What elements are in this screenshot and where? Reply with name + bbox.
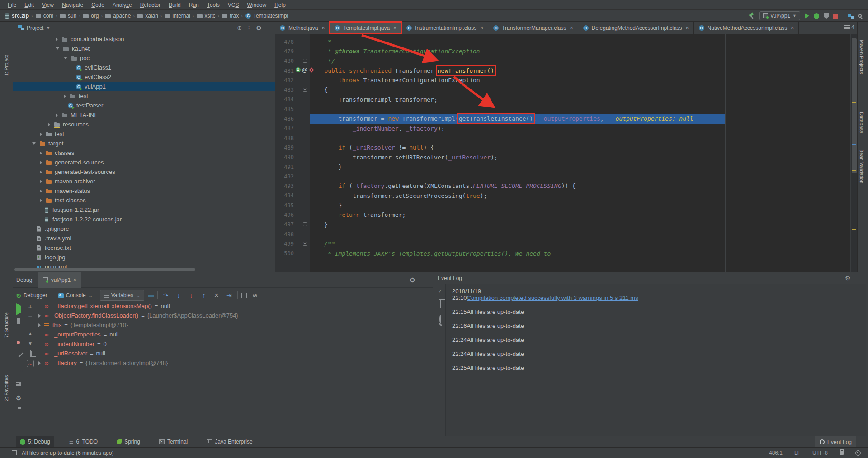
tool-button-project[interactable]: 1: Project bbox=[0, 26, 12, 76]
tree-item-ka1n4t[interactable]: ka1n4t bbox=[13, 44, 275, 53]
close-icon[interactable]: × bbox=[791, 25, 794, 31]
lock-icon[interactable] bbox=[840, 451, 844, 455]
tool-button-favorites[interactable]: 2: Favorites bbox=[0, 351, 12, 401]
tool-button-structure[interactable]: 7: Structure bbox=[0, 288, 12, 338]
code-area[interactable]: 478 *479 * @throws TransformerConfigurat… bbox=[275, 34, 857, 275]
code-line-497[interactable]: 497− } bbox=[275, 220, 857, 229]
tab-variables[interactable]: Variables → bbox=[100, 290, 144, 301]
tree-expand-arrow[interactable] bbox=[37, 323, 42, 327]
code-line-496[interactable]: 496 return transformer; bbox=[275, 210, 857, 220]
mark-all-read-icon[interactable] bbox=[436, 288, 443, 295]
code-line-500[interactable]: 500 * Implements JAXP's Templates.getOut… bbox=[275, 249, 857, 258]
editor-tab-transformermanager-class[interactable]: TransformerManager.class× bbox=[488, 22, 578, 34]
thread-dump-icon[interactable] bbox=[15, 369, 22, 376]
menu-item-analyze[interactable]: Analyze bbox=[108, 0, 136, 10]
tab-debugger[interactable]: Debugger bbox=[20, 290, 51, 300]
fold-marker-icon[interactable]: − bbox=[303, 59, 307, 63]
method-breakpoint-icon[interactable] bbox=[309, 67, 314, 72]
tree-item-meta-inf[interactable]: META-INF bbox=[13, 110, 275, 120]
tree-expand-arrow[interactable] bbox=[40, 180, 42, 183]
breadcrumb-item[interactable]: xalan bbox=[137, 13, 158, 19]
debug-button[interactable] bbox=[814, 13, 819, 19]
warning-stripe-mark[interactable] bbox=[852, 170, 856, 171]
variable-row--tfactory-getexternalextensionsmap-[interactable]: ∞_tfactory.getExternalExtensionsMap()=nu… bbox=[37, 301, 430, 311]
evaluate-expression-icon[interactable] bbox=[241, 293, 247, 298]
tool-button-database[interactable]: Database bbox=[859, 112, 864, 133]
coverage-button[interactable] bbox=[824, 13, 829, 19]
code-line-499[interactable]: 499− /** bbox=[275, 239, 857, 248]
tool-button-spring[interactable]: Spring bbox=[113, 436, 144, 448]
code-line-481[interactable]: 481I@ public synchronized Transformer ne… bbox=[275, 66, 857, 75]
tree-expand-arrow[interactable] bbox=[48, 123, 50, 126]
editor-tab-nativemethodaccessorimpl-class[interactable]: NativeMethodAccessorImpl.class× bbox=[694, 22, 799, 34]
variable-row--indentnumber[interactable]: ∞_indentNumber=0 bbox=[37, 339, 430, 349]
tool-button-java-enterprise[interactable]: Java Enterprise bbox=[203, 436, 256, 448]
tree-expand-arrow[interactable] bbox=[64, 57, 67, 59]
breadcrumb-item[interactable]: apache bbox=[105, 13, 131, 19]
project-structure-icon[interactable] bbox=[848, 14, 854, 19]
close-icon[interactable]: × bbox=[480, 25, 483, 31]
code-line-488[interactable]: 488 bbox=[275, 133, 857, 143]
wrench-icon[interactable] bbox=[437, 316, 444, 323]
editor-tab-method-java[interactable]: Method.java× bbox=[275, 22, 330, 34]
tree-item-classes[interactable]: classes bbox=[13, 148, 275, 158]
variable-row--tfactory[interactable]: ∞_tfactory={TransformerFactoryImpl@748} bbox=[37, 358, 430, 368]
caret-position[interactable]: 486:1 bbox=[769, 450, 783, 456]
tree-item--travis-yml[interactable]: .travis.yml bbox=[13, 234, 275, 243]
variable-row--uriresolver[interactable]: ∞_uriResolver=null bbox=[37, 349, 430, 358]
close-icon[interactable]: × bbox=[570, 25, 573, 31]
breadcrumb-item[interactable]: xsltc bbox=[197, 13, 216, 19]
restore-layout-icon[interactable] bbox=[15, 382, 22, 389]
run-button[interactable] bbox=[805, 13, 809, 19]
move-up-icon[interactable]: ▲ bbox=[27, 330, 34, 337]
tree-item-vulapp1[interactable]: vulApp1 bbox=[13, 82, 275, 91]
tool-button-maven-projects[interactable]: Maven Projects bbox=[859, 40, 864, 74]
code-line-491[interactable]: 491 } bbox=[275, 162, 857, 172]
variable-row-this[interactable]: this={TemplatesImpl@710} bbox=[37, 320, 430, 330]
tree-expand-arrow[interactable] bbox=[64, 94, 66, 98]
code-line-480[interactable]: 480− */ bbox=[275, 56, 857, 66]
tree-item-testparser[interactable]: testParser bbox=[13, 101, 275, 110]
build-hammer-icon[interactable] bbox=[749, 13, 755, 19]
code-line-495[interactable]: 495 } bbox=[275, 201, 857, 210]
code-line-482[interactable]: 482 throws TransformerConfigurationExcep… bbox=[275, 75, 857, 85]
code-line-484[interactable]: 484 TransformerImpl transformer; bbox=[275, 95, 857, 104]
event-log-button[interactable]: Event Log bbox=[815, 436, 856, 448]
code-line-494[interactable]: 494 transformer.setSecureProcessing(true… bbox=[275, 191, 857, 201]
tree-expand-arrow[interactable] bbox=[37, 314, 42, 318]
tree-item-poc[interactable]: poc bbox=[13, 53, 275, 63]
hide-panel-icon[interactable] bbox=[859, 275, 863, 282]
tree-item-com-alibaba-fastjson[interactable]: com.alibaba.fastjson bbox=[13, 34, 275, 44]
locate-file-icon[interactable] bbox=[237, 24, 242, 32]
menu-item-code[interactable]: Code bbox=[87, 0, 108, 10]
code-line-479[interactable]: 479 * @throws TransformerConfigurationEx… bbox=[275, 47, 857, 56]
fold-marker-icon[interactable]: − bbox=[303, 88, 307, 92]
hide-panel-icon[interactable] bbox=[267, 24, 271, 32]
close-icon[interactable]: × bbox=[393, 25, 396, 31]
tree-expand-arrow[interactable] bbox=[40, 151, 42, 155]
line-separator[interactable]: LF bbox=[794, 450, 801, 456]
code-line-478[interactable]: 478 * bbox=[275, 37, 857, 47]
breadcrumb-item[interactable]: internal bbox=[164, 13, 190, 19]
pause-icon[interactable] bbox=[15, 318, 22, 325]
tool-button-bean-validation[interactable]: Bean Validation bbox=[859, 149, 864, 183]
error-stripe[interactable]: ✔ bbox=[850, 34, 857, 275]
tree-item--gitignore[interactable]: .gitignore bbox=[13, 224, 275, 234]
tree-item-test[interactable]: test bbox=[13, 91, 275, 101]
menu-item-run[interactable]: Run bbox=[185, 0, 203, 10]
view-breakpoints-icon[interactable] bbox=[15, 343, 22, 350]
step-into-icon[interactable]: ↓ bbox=[174, 292, 183, 299]
tree-expand-arrow[interactable] bbox=[32, 142, 36, 145]
tree-item-target[interactable]: target bbox=[13, 139, 275, 148]
menu-item-refactor[interactable]: Refactor bbox=[136, 0, 165, 10]
variable-row--outputproperties[interactable]: ∞_outputProperties=null bbox=[37, 330, 430, 339]
editor-tab-delegatingmethodaccessorimpl-class[interactable]: DelegatingMethodAccessorImpl.class× bbox=[578, 22, 694, 34]
add-watch-icon[interactable]: + bbox=[27, 303, 34, 310]
menu-item-window[interactable]: Window bbox=[243, 0, 270, 10]
code-line-498[interactable]: 498 bbox=[275, 229, 857, 239]
code-line-492[interactable]: 492 bbox=[275, 172, 857, 181]
gear-icon[interactable] bbox=[410, 276, 415, 284]
force-step-into-icon[interactable]: ↓ bbox=[187, 292, 196, 299]
horizontal-scrollbar[interactable] bbox=[14, 268, 195, 271]
tree-item-pom-xml[interactable]: pom.xml bbox=[13, 262, 275, 268]
